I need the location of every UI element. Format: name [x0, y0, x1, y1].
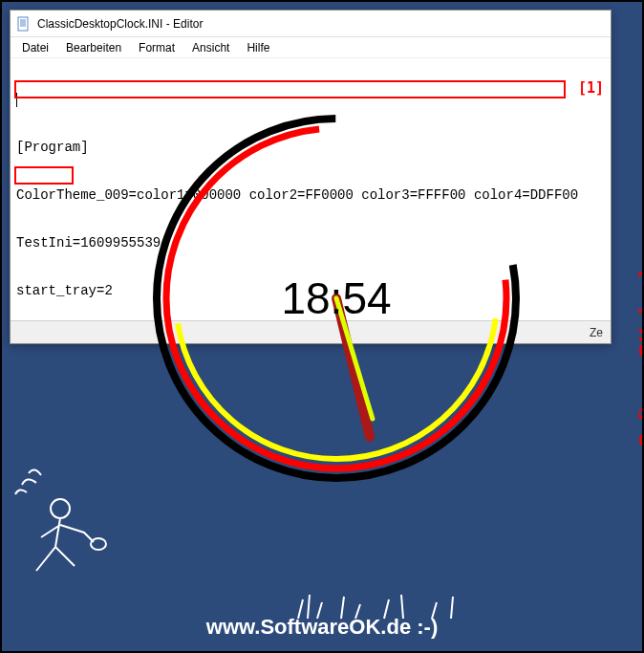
- notepad-icon: [16, 16, 32, 32]
- statusbar: Ze: [11, 320, 611, 343]
- editor-line: [Program]: [16, 139, 605, 156]
- menu-datei[interactable]: Datei: [14, 39, 56, 56]
- titlebar[interactable]: ClassicDesktopClock.INI - Editor: [11, 11, 611, 37]
- menu-format[interactable]: Format: [131, 39, 182, 56]
- status-right: Ze: [590, 326, 603, 339]
- menu-hilfe[interactable]: Hilfe: [239, 39, 277, 56]
- watermark-bottom: www.SoftwareOK.de :-): [206, 615, 438, 640]
- svg-point-11: [91, 538, 106, 550]
- menubar: Datei Bearbeiten Format Ansicht Hilfe: [11, 37, 611, 58]
- window-title: ClassicDesktopClock.INI - Editor: [37, 17, 203, 31]
- watermark-side: www.SoftwareOK.de :-): [634, 270, 644, 501]
- editor-line: TestIni=1609955539: [16, 234, 605, 251]
- svg-point-10: [51, 499, 70, 518]
- desktop-background: ClassicDesktopClock.INI - Editor Datei B…: [2, 2, 642, 651]
- notepad-window: ClassicDesktopClock.INI - Editor Datei B…: [10, 10, 612, 344]
- highlight-box-colortheme: [14, 80, 566, 98]
- annotation-label-1: [1]: [578, 79, 604, 97]
- editor-line: start_tray=2: [16, 282, 605, 299]
- highlight-box-cx: [14, 166, 74, 185]
- doodle-runner: [8, 456, 132, 609]
- menu-ansicht[interactable]: Ansicht: [184, 39, 237, 56]
- menu-bearbeiten[interactable]: Bearbeiten: [58, 39, 129, 56]
- editor-line: ColorTheme_009=color1=000000 color2=FF00…: [16, 186, 605, 204]
